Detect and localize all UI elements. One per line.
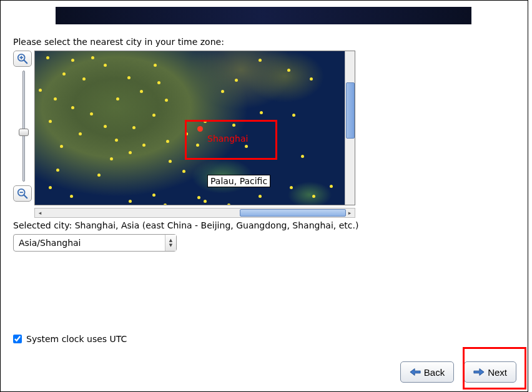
city-dot[interactable] bbox=[245, 145, 248, 148]
arrow-left-icon bbox=[410, 368, 421, 376]
zoom-controls bbox=[13, 51, 34, 205]
city-dot[interactable] bbox=[301, 155, 304, 158]
city-dot[interactable] bbox=[290, 186, 293, 189]
city-dot[interactable] bbox=[110, 157, 113, 160]
back-button[interactable]: Back bbox=[400, 361, 454, 383]
selected-city-marker bbox=[197, 126, 203, 132]
arrow-right-icon bbox=[473, 368, 485, 376]
nav-button-row: Back Next bbox=[400, 361, 516, 383]
chevron-down-icon: ▼ bbox=[169, 243, 172, 248]
city-dot[interactable] bbox=[49, 186, 52, 189]
header-banner bbox=[56, 7, 471, 24]
city-dot[interactable] bbox=[164, 203, 167, 205]
city-dot[interactable] bbox=[60, 145, 63, 148]
city-dot[interactable] bbox=[292, 114, 295, 117]
prompt-text: Please select the nearest city in your t… bbox=[13, 37, 224, 47]
hscroll-left-arrow[interactable]: ◂ bbox=[36, 208, 44, 217]
city-dot[interactable] bbox=[169, 160, 172, 163]
city-dot[interactable] bbox=[127, 76, 131, 79]
selected-city-text: Selected city: Shanghai, Asia (east Chin… bbox=[13, 220, 358, 230]
city-dot[interactable] bbox=[115, 139, 118, 142]
zoom-slider[interactable] bbox=[22, 71, 25, 182]
selected-city-value: Shanghai, Asia (east China - Beijing, Gu… bbox=[75, 220, 359, 230]
timezone-map-area: Shanghai Palau, Pacific ◂ ▸ bbox=[13, 51, 355, 218]
city-dot[interactable] bbox=[310, 77, 313, 81]
annotation-label-shanghai: Shanghai bbox=[207, 134, 248, 144]
dropdown-spinner[interactable]: ▲ ▼ bbox=[165, 235, 176, 251]
map-vertical-scrollbar[interactable] bbox=[345, 51, 355, 205]
city-dot[interactable] bbox=[152, 114, 155, 117]
zoom-in-icon bbox=[17, 53, 28, 64]
city-dot[interactable] bbox=[132, 126, 135, 129]
city-dot[interactable] bbox=[140, 90, 143, 93]
chevron-up-icon: ▲ bbox=[169, 238, 172, 243]
city-dot[interactable] bbox=[260, 111, 263, 114]
city-dot[interactable] bbox=[312, 195, 315, 198]
city-dot[interactable] bbox=[71, 106, 74, 109]
back-button-label: Back bbox=[424, 367, 445, 378]
city-dot[interactable] bbox=[157, 81, 160, 84]
utc-checkbox-row[interactable]: System clock uses UTC bbox=[13, 334, 127, 344]
city-dot[interactable] bbox=[104, 64, 107, 67]
svg-line-1 bbox=[24, 60, 27, 63]
city-dot[interactable] bbox=[232, 124, 235, 127]
hscroll-right-arrow[interactable]: ▸ bbox=[345, 208, 354, 217]
city-dot[interactable] bbox=[116, 97, 119, 100]
zoom-in-button[interactable] bbox=[13, 51, 32, 67]
city-dot[interactable] bbox=[235, 79, 238, 82]
city-dot[interactable] bbox=[79, 132, 82, 135]
hscroll-thumb[interactable] bbox=[240, 209, 346, 217]
svg-line-5 bbox=[24, 195, 27, 198]
city-dot[interactable] bbox=[165, 99, 168, 102]
utc-checkbox-label: System clock uses UTC bbox=[26, 334, 127, 344]
city-dot[interactable] bbox=[91, 56, 94, 59]
next-button[interactable]: Next bbox=[464, 361, 516, 383]
city-dot[interactable] bbox=[204, 200, 207, 203]
zoom-out-button[interactable] bbox=[13, 185, 32, 202]
city-dot[interactable] bbox=[62, 72, 66, 76]
timezone-value: Asia/Shanghai bbox=[14, 238, 165, 248]
city-dot[interactable] bbox=[182, 170, 185, 173]
timezone-dropdown[interactable]: Asia/Shanghai ▲ ▼ bbox=[13, 234, 177, 252]
selected-prefix: Selected city: bbox=[13, 220, 75, 230]
city-dot[interactable] bbox=[71, 59, 74, 62]
city-dot[interactable] bbox=[221, 90, 224, 93]
city-dot[interactable] bbox=[166, 140, 169, 143]
city-dot[interactable] bbox=[259, 59, 262, 62]
vscroll-thumb[interactable] bbox=[346, 82, 355, 139]
city-dot[interactable] bbox=[259, 195, 262, 198]
city-dot[interactable] bbox=[104, 125, 107, 128]
city-dot[interactable] bbox=[204, 120, 207, 123]
utc-checkbox[interactable] bbox=[13, 335, 22, 343]
city-dot[interactable] bbox=[154, 64, 157, 67]
city-dot[interactable] bbox=[129, 200, 132, 203]
zoom-out-icon bbox=[17, 188, 28, 199]
city-dot[interactable] bbox=[39, 89, 42, 92]
map-canvas[interactable] bbox=[35, 51, 345, 205]
zoom-slider-thumb[interactable] bbox=[19, 129, 29, 136]
city-dot[interactable] bbox=[197, 196, 200, 199]
world-map[interactable]: Shanghai Palau, Pacific bbox=[34, 51, 355, 205]
city-dot[interactable] bbox=[90, 112, 93, 115]
city-dot[interactable] bbox=[49, 120, 52, 123]
map-horizontal-scrollbar[interactable]: ◂ ▸ bbox=[34, 208, 355, 218]
city-dot[interactable] bbox=[70, 195, 73, 198]
next-button-label: Next bbox=[488, 367, 507, 378]
city-dot[interactable] bbox=[142, 144, 145, 147]
city-dot[interactable] bbox=[185, 132, 188, 135]
city-dot[interactable] bbox=[152, 194, 155, 197]
city-dot[interactable] bbox=[330, 185, 333, 188]
city-dot[interactable] bbox=[227, 203, 230, 205]
installer-window: Please select the nearest city in your t… bbox=[0, 0, 528, 392]
city-dot[interactable] bbox=[82, 77, 86, 81]
city-dot[interactable] bbox=[54, 97, 57, 100]
city-dot[interactable] bbox=[129, 151, 132, 154]
city-hover-tooltip: Palau, Pacific bbox=[207, 175, 270, 187]
city-dot[interactable] bbox=[56, 169, 59, 172]
city-dot[interactable] bbox=[97, 174, 101, 177]
city-dot[interactable] bbox=[196, 144, 199, 147]
city-dot[interactable] bbox=[287, 69, 290, 72]
city-dot[interactable] bbox=[46, 56, 49, 59]
